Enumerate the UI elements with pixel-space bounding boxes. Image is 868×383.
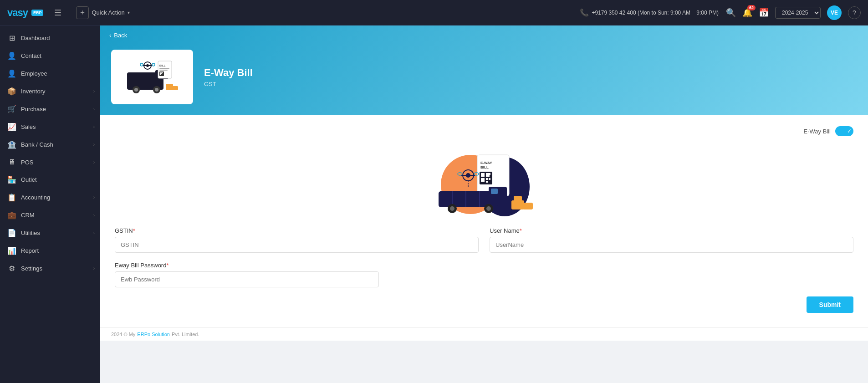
sidebar-label-settings: Settings bbox=[21, 265, 42, 272]
form-row-1: GSTIN* User Name* bbox=[115, 227, 853, 253]
gstin-group: GSTIN* bbox=[115, 227, 479, 253]
sidebar-label-outlet: Outlet bbox=[21, 176, 37, 183]
search-button[interactable]: 🔍 bbox=[726, 8, 736, 18]
svg-point-13 bbox=[155, 88, 158, 92]
erp-badge: ERP bbox=[31, 10, 44, 16]
truck-illustration-svg: BILL bbox=[123, 56, 182, 97]
illustration-area: E-WAY BILL bbox=[115, 143, 853, 216]
quick-action-plus-icon: ＋ bbox=[76, 6, 89, 19]
phone-icon: 📞 bbox=[580, 8, 589, 17]
purchase-icon: 🛒 bbox=[7, 105, 16, 113]
logo-area: vasy ERP bbox=[7, 7, 43, 19]
sidebar-item-outlet[interactable]: 🏪 Outlet bbox=[0, 171, 100, 189]
svg-text:BILL: BILL bbox=[159, 64, 166, 67]
sidebar-item-utilities[interactable]: 📄 Utilities › bbox=[0, 224, 100, 242]
sidebar-item-settings[interactable]: ⚙ Settings › bbox=[0, 260, 100, 277]
quick-action-chevron-icon: ▾ bbox=[128, 10, 130, 15]
sidebar-label-accounting: Accounting bbox=[21, 194, 50, 201]
page-subtitle: GST bbox=[204, 81, 253, 87]
sidebar-item-contact[interactable]: 👤 Contact bbox=[0, 47, 100, 65]
sidebar-item-accounting[interactable]: 📋 Accounting › bbox=[0, 189, 100, 206]
submit-button[interactable]: Submit bbox=[807, 296, 853, 313]
svg-rect-7 bbox=[160, 72, 162, 74]
quick-action-label: Quick Action bbox=[92, 9, 124, 16]
inventory-chevron-icon: › bbox=[93, 89, 95, 94]
bank-icon: 🏦 bbox=[7, 140, 16, 149]
utilities-icon: 📄 bbox=[7, 229, 16, 237]
footer-bar: 2024 © My ERPo Solution Pvt. Limited. bbox=[100, 327, 868, 341]
main-layout: ⊞ Dashboard 👤 Contact 👤 Employee 📦 Inven… bbox=[0, 26, 868, 383]
calendar-button[interactable]: 📅 bbox=[759, 8, 769, 18]
submit-row: Submit bbox=[115, 296, 853, 313]
notifications-button[interactable]: 🔔 62 bbox=[742, 8, 752, 18]
crm-chevron-icon: › bbox=[93, 213, 95, 218]
svg-rect-4 bbox=[159, 68, 169, 69]
year-selector[interactable]: 2024-2025 bbox=[775, 7, 821, 19]
sidebar-label-employee: Employee bbox=[21, 70, 47, 77]
sidebar-item-pos[interactable]: 🖥 POS › bbox=[0, 153, 100, 171]
logo-text: vasy bbox=[7, 7, 28, 19]
hamburger-icon[interactable]: ☰ bbox=[54, 8, 61, 18]
svg-rect-45 bbox=[523, 203, 533, 209]
settings-icon: ⚙ bbox=[7, 264, 16, 273]
password-input[interactable] bbox=[115, 271, 379, 287]
user-avatar[interactable]: VE bbox=[827, 5, 842, 20]
sidebar-label-sales: Sales bbox=[21, 123, 36, 130]
sidebar-label-report: Report bbox=[21, 247, 39, 254]
svg-point-41 bbox=[450, 206, 454, 211]
gstin-input[interactable] bbox=[115, 237, 479, 253]
sidebar-label-bank-cash: Bank / Cash bbox=[21, 141, 53, 148]
eway-toggle-switch[interactable]: ✓ bbox=[835, 126, 853, 136]
sidebar-label-contact: Contact bbox=[21, 52, 41, 59]
sidebar-item-bank-cash[interactable]: 🏦 Bank / Cash › bbox=[0, 136, 100, 153]
page-title: E-Way Bill bbox=[204, 67, 253, 79]
svg-rect-27 bbox=[481, 173, 485, 177]
svg-rect-32 bbox=[486, 181, 488, 183]
svg-rect-9 bbox=[160, 74, 161, 75]
pos-icon: 🖥 bbox=[7, 158, 16, 166]
password-label: Eway Bill Password* bbox=[115, 262, 379, 269]
quick-action-button[interactable]: ＋ Quick Action ▾ bbox=[76, 6, 129, 19]
main-content: ‹ Back BILL bbox=[100, 26, 868, 383]
sales-chevron-icon: › bbox=[93, 124, 95, 129]
sidebar-item-dashboard[interactable]: ⊞ Dashboard bbox=[0, 29, 100, 47]
purchase-chevron-icon: › bbox=[93, 107, 95, 112]
inventory-icon: 📦 bbox=[7, 87, 16, 96]
sidebar-item-employee[interactable]: 👤 Employee bbox=[0, 65, 100, 82]
banner-title-area: E-Way Bill GST bbox=[204, 67, 253, 87]
pos-chevron-icon: › bbox=[93, 160, 95, 165]
svg-rect-15 bbox=[172, 86, 178, 90]
sidebar-label-crm: CRM bbox=[21, 212, 35, 219]
svg-point-20 bbox=[152, 63, 155, 66]
footer-link[interactable]: ERPo Solution bbox=[137, 332, 170, 337]
back-button[interactable]: ‹ Back bbox=[100, 26, 868, 45]
notification-badge: 62 bbox=[747, 5, 756, 10]
svg-rect-33 bbox=[489, 173, 490, 175]
sidebar-item-report[interactable]: 📊 Report bbox=[0, 242, 100, 260]
sidebar-label-pos: POS bbox=[21, 159, 33, 166]
svg-text:BILL: BILL bbox=[480, 165, 489, 169]
svg-text:E-WAY: E-WAY bbox=[480, 161, 492, 165]
accounting-icon: 📋 bbox=[7, 193, 16, 202]
form-area: E-Way Bill ✓ E-WAY BILL bbox=[100, 115, 868, 327]
footer-suffix: Pvt. Limited. bbox=[172, 332, 199, 337]
username-input[interactable] bbox=[490, 237, 853, 253]
help-button[interactable]: ? bbox=[848, 6, 861, 19]
svg-rect-30 bbox=[486, 178, 488, 180]
svg-rect-8 bbox=[162, 72, 163, 73]
svg-rect-36 bbox=[491, 189, 498, 194]
svg-point-11 bbox=[134, 88, 138, 92]
banner-content: BILL bbox=[100, 45, 868, 115]
sidebar-item-purchase[interactable]: 🛒 Purchase › bbox=[0, 100, 100, 118]
banner-icon-card: BILL bbox=[111, 50, 193, 104]
employee-icon: 👤 bbox=[7, 69, 16, 78]
password-required: * bbox=[166, 262, 168, 269]
sidebar-item-sales[interactable]: 📈 Sales › bbox=[0, 118, 100, 136]
svg-point-19 bbox=[140, 63, 143, 66]
sidebar-item-crm[interactable]: 💼 CRM › bbox=[0, 206, 100, 224]
sidebar-label-dashboard: Dashboard bbox=[21, 35, 50, 41]
eway-illustration-svg: E-WAY BILL bbox=[425, 143, 543, 216]
gstin-label: GSTIN* bbox=[115, 227, 479, 234]
back-chevron-icon: ‹ bbox=[109, 32, 111, 39]
sidebar-item-inventory[interactable]: 📦 Inventory › bbox=[0, 82, 100, 100]
